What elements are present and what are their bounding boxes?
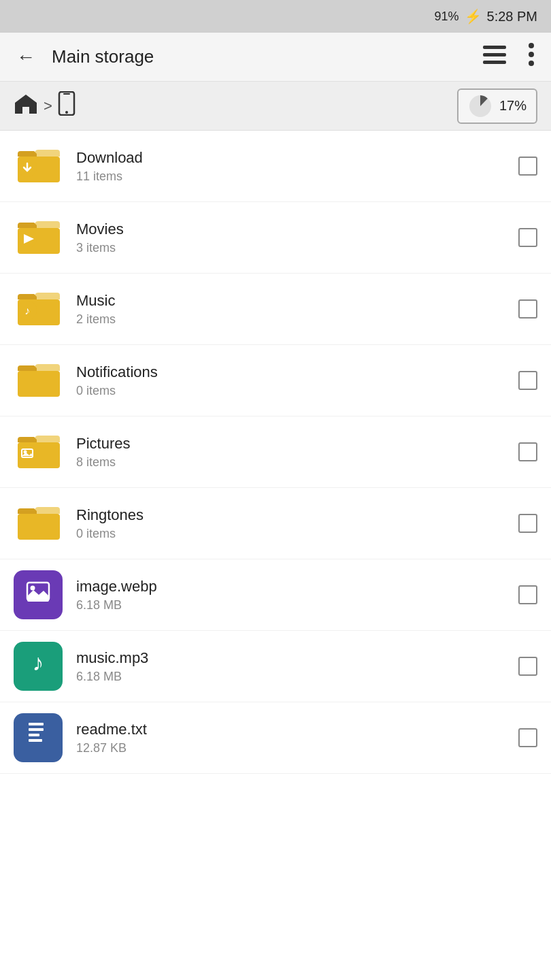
- file-info-image-webp: image.webp 6.18 MB: [76, 578, 518, 612]
- file-name-image-webp: image.webp: [76, 578, 518, 595]
- app-bar: ← Main storage: [0, 33, 551, 82]
- file-info-ringtones: Ringtones 0 items: [76, 506, 518, 541]
- file-checkbox-movies[interactable]: [518, 228, 537, 247]
- storage-usage-badge[interactable]: 17%: [457, 88, 537, 124]
- file-item-pictures[interactable]: Pictures 8 items: [0, 416, 551, 488]
- file-checkbox-readme-txt[interactable]: [518, 728, 537, 747]
- file-item-ringtones[interactable]: Ringtones 0 items: [0, 488, 551, 559]
- file-item-image-webp[interactable]: image.webp 6.18 MB: [0, 559, 551, 631]
- battery-icon: ⚡: [465, 8, 482, 24]
- folder-icon-ringtones: [14, 499, 63, 548]
- status-time: 5:28 PM: [487, 9, 537, 24]
- svg-text:♪: ♪: [24, 305, 30, 316]
- storage-pie-chart: [468, 94, 492, 118]
- file-name-ringtones: Ringtones: [76, 506, 518, 524]
- svg-rect-1: [483, 53, 506, 56]
- folder-icon-download: [14, 142, 63, 191]
- file-meta-music: 2 items: [76, 312, 518, 327]
- file-info-pictures: Pictures 8 items: [76, 435, 518, 470]
- file-checkbox-music[interactable]: [518, 299, 537, 318]
- file-info-notifications: Notifications 0 items: [76, 363, 518, 398]
- svg-rect-27: [29, 723, 44, 725]
- device-button[interactable]: [58, 91, 76, 120]
- list-view-button[interactable]: [478, 40, 512, 74]
- file-name-music-mp3: music.mp3: [76, 649, 518, 667]
- folder-icon-pictures: [14, 427, 63, 476]
- file-meta-notifications: 0 items: [76, 384, 518, 398]
- file-icon-image-webp: [14, 570, 63, 619]
- svg-rect-30: [29, 739, 42, 742]
- file-item-notifications[interactable]: Notifications 0 items: [0, 345, 551, 416]
- folder-icon-movies: [14, 213, 63, 262]
- file-meta-ringtones: 0 items: [76, 527, 518, 541]
- file-item-movies[interactable]: Movies 3 items: [0, 202, 551, 274]
- svg-rect-18: [18, 371, 60, 397]
- file-name-pictures: Pictures: [76, 435, 518, 453]
- file-meta-movies: 3 items: [76, 241, 518, 255]
- svg-point-8: [65, 111, 68, 114]
- file-checkbox-music-mp3[interactable]: [518, 657, 537, 676]
- file-info-download: Download 11 items: [76, 149, 518, 184]
- file-checkbox-ringtones[interactable]: [518, 514, 537, 533]
- file-item-readme-txt[interactable]: readme.txt 12.87 KB: [0, 702, 551, 774]
- file-info-movies: Movies 3 items: [76, 220, 518, 255]
- file-name-notifications: Notifications: [76, 363, 518, 381]
- file-meta-pictures: 8 items: [76, 455, 518, 470]
- breadcrumb-bar: > 17%: [0, 82, 551, 131]
- svg-text:♪: ♪: [33, 650, 44, 675]
- file-icon-readme-txt: [14, 713, 63, 762]
- file-name-music: Music: [76, 292, 518, 310]
- file-checkbox-pictures[interactable]: [518, 442, 537, 461]
- status-bar: 91% ⚡ 5:28 PM: [0, 0, 551, 33]
- home-button[interactable]: [14, 92, 38, 120]
- svg-point-4: [529, 52, 534, 57]
- svg-rect-7: [63, 93, 70, 95]
- back-button[interactable]: ←: [11, 41, 41, 74]
- svg-rect-0: [483, 46, 506, 49]
- file-info-music-mp3: music.mp3 6.18 MB: [76, 649, 518, 684]
- file-checkbox-download[interactable]: [518, 157, 537, 176]
- svg-rect-23: [18, 514, 60, 540]
- file-checkbox-image-webp[interactable]: [518, 585, 537, 604]
- file-info-music: Music 2 items: [76, 292, 518, 327]
- file-name-movies: Movies: [76, 220, 518, 238]
- svg-point-5: [529, 61, 534, 66]
- breadcrumb-chevron: >: [44, 97, 52, 115]
- storage-percent-label: 17%: [499, 98, 527, 114]
- file-info-readme-txt: readme.txt 12.87 KB: [76, 721, 518, 755]
- svg-point-3: [529, 43, 534, 48]
- svg-rect-2: [483, 61, 506, 64]
- more-options-button[interactable]: [522, 37, 540, 77]
- page-title: Main storage: [52, 46, 467, 67]
- file-item-music[interactable]: ♪ Music 2 items: [0, 274, 551, 345]
- svg-rect-29: [29, 734, 39, 736]
- file-meta-music-mp3: 6.18 MB: [76, 670, 518, 684]
- file-item-download[interactable]: Download 11 items: [0, 131, 551, 202]
- file-meta-image-webp: 6.18 MB: [76, 598, 518, 612]
- file-list: Download 11 items Movies 3 items: [0, 131, 551, 774]
- file-name-readme-txt: readme.txt: [76, 721, 518, 738]
- folder-icon-notifications: [14, 356, 63, 405]
- file-item-music-mp3[interactable]: ♪ music.mp3 6.18 MB: [0, 631, 551, 702]
- file-icon-music-mp3: ♪: [14, 642, 63, 691]
- file-meta-readme-txt: 12.87 KB: [76, 741, 518, 755]
- svg-point-25: [31, 586, 35, 591]
- svg-rect-28: [29, 728, 44, 731]
- file-name-download: Download: [76, 149, 518, 167]
- file-meta-download: 11 items: [76, 169, 518, 184]
- battery-level: 91%: [434, 10, 458, 24]
- file-checkbox-notifications[interactable]: [518, 371, 537, 390]
- svg-point-20: [18, 444, 37, 463]
- folder-icon-music: ♪: [14, 284, 63, 333]
